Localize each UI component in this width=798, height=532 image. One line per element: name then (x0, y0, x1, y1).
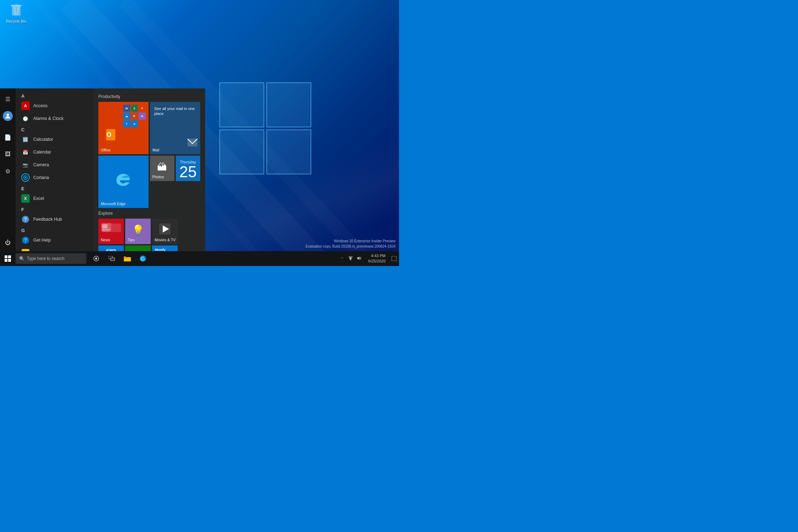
svg-rect-49 (111, 258, 115, 261)
access-icon: A (21, 102, 30, 110)
tile-tips-label: Tips (128, 238, 134, 242)
mail-envelope-icon (187, 139, 197, 147)
app-github[interactable]: GH GitHub, Inc ▾ (16, 247, 93, 251)
hamburger-menu-button[interactable]: ☰ (0, 91, 16, 107)
desktop: Recycle Bin Windows 10 Enterprise Inside… (0, 0, 399, 266)
photos-button[interactable]: 🖼 (0, 146, 16, 162)
recycle-bin-label: Recycle Bin (6, 19, 27, 23)
feedback-hub-icon: ? (21, 215, 30, 224)
task-view-icon (93, 256, 99, 261)
app-get-help[interactable]: ? Get Help (16, 234, 93, 247)
file-explorer-icon (124, 256, 131, 261)
tile-office[interactable]: O W X P ☁ P N T S Office (98, 102, 149, 154)
app-cortana[interactable]: Cortana (16, 171, 93, 184)
letter-a: A (16, 91, 93, 99)
settings-button[interactable]: ⚙ (0, 163, 16, 179)
news-icon (101, 223, 112, 233)
letter-c: C (16, 125, 93, 133)
taskbar-search-box[interactable]: 🔍 Type here to search (16, 253, 86, 264)
github-icon: GH (21, 249, 30, 251)
task-view-button[interactable] (88, 251, 104, 266)
windows-start-icon (5, 255, 11, 262)
volume-icon[interactable] (355, 255, 363, 262)
eval-watermark: Windows 10 Enterprise Insider Preview Ev… (306, 238, 395, 249)
settings-icon: ⚙ (5, 168, 10, 175)
office-main-icon: O (102, 128, 117, 147)
camera-icon: 📷 (21, 161, 30, 169)
file-explorer-button[interactable] (120, 251, 135, 266)
tiles-area: Productivity O W X P (93, 88, 205, 251)
tile-mail[interactable]: See all your mail in one place Mail (150, 102, 200, 154)
tile-movies-label: Movies & TV (155, 238, 175, 242)
letter-g: G (16, 226, 93, 234)
calendar-icon: 📅 (21, 148, 30, 156)
multi-desktop-icon (109, 256, 115, 261)
power-icon: ⏻ (5, 239, 11, 246)
recycle-bin-svg (9, 4, 23, 18)
windows-logo-decoration (219, 82, 311, 174)
svg-rect-52 (124, 256, 126, 258)
clock-time: 4:43 PM (371, 253, 386, 259)
edge-icon (114, 170, 133, 190)
svg-rect-42 (5, 255, 7, 258)
svg-rect-5 (14, 4, 18, 5)
multi-desktop-button[interactable] (104, 251, 120, 266)
tile-edge[interactable]: Microsoft Edge (98, 156, 149, 208)
svg-point-11 (25, 177, 26, 178)
svg-rect-55 (392, 256, 397, 261)
tile-calendar[interactable]: Thursday 25 (176, 156, 200, 181)
tile-your-phone[interactable]: Your Phone (98, 245, 124, 251)
tile-photos-label: Photos (152, 175, 164, 179)
hamburger-icon: ☰ (5, 96, 10, 103)
taskbar-clock[interactable]: 4:43 PM 6/25/2020 (365, 251, 389, 266)
app-excel[interactable]: X Excel (16, 192, 93, 205)
office-apps-grid: W X P ☁ P N T S (123, 105, 146, 127)
svg-rect-29 (102, 229, 110, 230)
calculator-icon: 🔢 (21, 135, 30, 144)
app-access[interactable]: A Access (16, 99, 93, 112)
app-alarms-clock[interactable]: 🕐 Alarms & Clock (16, 112, 93, 125)
tile-edge-label: Microsoft Edge (101, 202, 126, 206)
taskbar-start-button[interactable] (0, 251, 16, 266)
letter-f: F (16, 205, 93, 213)
taskbar-system-icons (345, 251, 365, 266)
start-sidebar: ☰ 📄 🖼 ⚙ ⏻ (0, 88, 16, 251)
tile-news[interactable]: News (98, 219, 124, 244)
tile-photos[interactable]: 🏔 Photos (150, 156, 174, 181)
tile-movies-tv[interactable]: Movies & TV (152, 219, 178, 244)
svg-text:?: ? (24, 238, 27, 243)
edge-taskbar-button[interactable] (135, 251, 151, 266)
tile-tips[interactable]: 💡 Tips (125, 219, 151, 244)
notifications-button[interactable] (389, 251, 399, 266)
svg-rect-43 (8, 255, 11, 258)
search-placeholder-text: Type here to search (27, 256, 64, 261)
tiles-row-3: News 💡 Tips Movies & TV (98, 219, 200, 244)
recycle-bin-icon[interactable]: Recycle Bin (6, 4, 27, 23)
documents-button[interactable]: 📄 (0, 129, 16, 145)
movies-icon (159, 223, 170, 237)
tile-mail-label: Mail (152, 148, 159, 152)
get-help-icon: ? (21, 236, 30, 244)
tile-solitaire[interactable]: 🃏 Solitaire (125, 245, 151, 251)
app-calculator[interactable]: 🔢 Calculator (16, 133, 93, 146)
user-avatar[interactable] (3, 111, 13, 121)
taskbar: 🔍 Type here to search (0, 251, 399, 266)
app-calendar[interactable]: 📅 Calendar (16, 146, 93, 158)
svg-point-47 (95, 258, 97, 260)
excel-icon: X (21, 194, 30, 203)
network-icon[interactable] (347, 255, 354, 262)
start-menu: ☰ 📄 🖼 ⚙ ⏻ A A (0, 88, 205, 251)
edge-taskbar-icon (139, 255, 146, 262)
taskbar-right: ⌃ (339, 251, 399, 266)
power-button[interactable]: ⏻ (0, 235, 16, 250)
calendar-tile-content: Thursday 25 (176, 156, 200, 181)
app-feedback-hub[interactable]: ? Feedback Hub (16, 213, 93, 226)
app-camera[interactable]: 📷 Camera (16, 158, 93, 171)
photos-tile-icon: 🏔 (157, 161, 167, 173)
svg-rect-45 (8, 259, 11, 262)
tile-news-label: News (101, 238, 110, 242)
tile-weather[interactable]: Mostly Sunny 83° 84° 60° Redmond (152, 245, 178, 251)
taskbar-task-buttons (88, 251, 151, 266)
weather-tile-content: Mostly Sunny 83° 84° 60° (152, 245, 178, 251)
taskbar-overflow-button[interactable]: ⌃ (339, 255, 345, 262)
